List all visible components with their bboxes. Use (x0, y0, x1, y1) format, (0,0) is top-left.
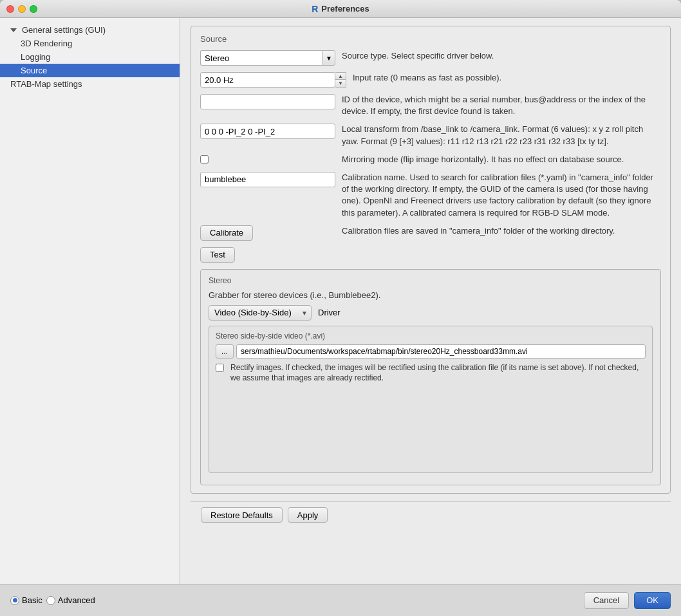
device-id-control (200, 94, 335, 109)
basic-radio-option[interactable]: Basic (10, 595, 42, 605)
sidebar-item-label: RTAB-Map settings (10, 79, 82, 89)
title-text: Preferences (321, 4, 369, 14)
input-rate-control: ▲ ▼ (200, 72, 346, 88)
advanced-radio-dot (46, 596, 55, 605)
sidebar: General settings (GUI) 3D Rendering Logg… (0, 18, 180, 584)
local-transform-description: Local transform from /base_link to /came… (342, 124, 661, 147)
expand-triangle-icon (10, 28, 17, 32)
local-transform-row: Local transform from /base_link to /came… (200, 124, 661, 147)
test-button-row: Test (200, 247, 661, 263)
calibrate-row: Calibrate Calibration files are saved in… (200, 225, 661, 241)
main-content: General settings (GUI) 3D Rendering Logg… (0, 18, 681, 584)
driver-select-wrapper[interactable]: Video (Side-by-Side) ▼ (209, 305, 312, 321)
advanced-label: Advanced (58, 595, 95, 605)
stereo-section: Stereo Grabber for stereo devices (i.e.,… (200, 269, 661, 486)
avi-empty-area (216, 390, 646, 467)
source-type-input[interactable] (200, 50, 322, 66)
cancel-button[interactable]: Cancel (584, 592, 629, 609)
calibrate-description: Calibration files are saved in "camera_i… (342, 225, 661, 237)
source-type-row: ▼ Source type. Select specific driver be… (200, 50, 661, 66)
footer-left: Basic Advanced (10, 595, 95, 605)
advanced-radio-option[interactable]: Advanced (46, 595, 95, 605)
source-type-description: Source type. Select specific driver belo… (342, 50, 661, 62)
source-section: Source ▼ Source type. Select specific dr… (191, 26, 671, 494)
avi-section-title: Stereo side-by-side video (*.avi) (216, 331, 646, 341)
titlebar: R Preferences (0, 0, 681, 18)
device-id-input[interactable] (200, 94, 335, 109)
sidebar-item-source[interactable]: Source (0, 64, 180, 77)
sidebar-item-label: General settings (GUI) (22, 25, 106, 35)
footer-right: Cancel OK (584, 592, 671, 609)
sidebar-item-rtab-map-settings[interactable]: RTAB-Map settings (0, 77, 180, 91)
input-rate-input[interactable] (200, 72, 335, 88)
local-transform-input[interactable] (200, 124, 335, 139)
apply-button[interactable]: Apply (288, 507, 328, 523)
driver-row: Video (Side-by-Side) ▼ Driver (209, 305, 653, 321)
device-id-description: ID of the device, which might be a seria… (342, 94, 661, 117)
window-title: R Preferences (312, 4, 369, 14)
action-buttons-left: Restore Defaults Apply (201, 507, 328, 523)
minimize-button[interactable] (18, 5, 26, 13)
local-transform-control (200, 124, 335, 139)
sidebar-item-label: Logging (21, 52, 50, 62)
stereo-section-title: Stereo (209, 276, 653, 285)
input-rate-description: Input rate (0 means as fast as possible)… (353, 72, 661, 84)
r-logo-icon: R (312, 4, 318, 14)
avi-subsection: Stereo side-by-side video (*.avi) ... Re… (209, 326, 653, 474)
calibration-name-row: Calibration name. Used to search for cal… (200, 172, 661, 219)
close-button[interactable] (6, 5, 14, 13)
rectify-checkbox[interactable] (216, 364, 224, 372)
restore-defaults-button[interactable]: Restore Defaults (201, 507, 283, 523)
calibration-name-input[interactable] (200, 172, 335, 187)
window-body: General settings (GUI) 3D Rendering Logg… (0, 18, 681, 616)
sidebar-item-label: Source (21, 66, 47, 75)
source-type-arrow-icon[interactable]: ▼ (322, 50, 335, 66)
input-rate-up-button[interactable]: ▲ (335, 73, 346, 80)
source-section-title: Source (200, 34, 661, 44)
ok-button[interactable]: OK (634, 592, 671, 609)
file-path-input[interactable] (236, 344, 646, 359)
file-browse-row: ... (216, 344, 646, 359)
basic-label: Basic (22, 595, 42, 605)
device-id-row: ID of the device, which might be a seria… (200, 94, 661, 117)
input-rate-row: ▲ ▼ Input rate (0 means as fast as possi… (200, 72, 661, 88)
input-rate-down-button[interactable]: ▼ (335, 80, 346, 87)
rectify-description: Rectify images. If checked, the images w… (230, 362, 646, 384)
source-type-dropdown[interactable]: ▼ (200, 50, 335, 66)
traffic-lights (6, 5, 37, 13)
content-panel: Source ▼ Source type. Select specific dr… (180, 18, 681, 584)
rectify-row: Rectify images. If checked, the images w… (216, 362, 646, 384)
content-action-bar: Restore Defaults Apply (191, 501, 671, 528)
sidebar-item-general-settings[interactable]: General settings (GUI) (0, 23, 180, 37)
mirror-description: Mirroring mode (flip image horizontally)… (342, 154, 661, 165)
input-rate-spinner-buttons: ▲ ▼ (335, 72, 346, 88)
mirror-checkbox[interactable] (200, 155, 209, 163)
driver-label: Driver (318, 308, 340, 317)
mirror-row: Mirroring mode (flip image horizontally)… (200, 154, 661, 165)
sidebar-item-3d-rendering[interactable]: 3D Rendering (0, 37, 180, 50)
grabber-description: Grabber for stereo devices (i.e., Bumble… (209, 290, 653, 300)
calibration-name-description: Calibration name. Used to search for cal… (342, 172, 661, 219)
footer-bar: Basic Advanced Cancel OK (0, 584, 681, 616)
maximize-button[interactable] (30, 5, 37, 13)
basic-radio-dot (10, 596, 19, 605)
test-button[interactable]: Test (200, 247, 235, 263)
basic-advanced-radio: Basic Advanced (10, 595, 95, 605)
calibrate-button[interactable]: Calibrate (200, 225, 253, 241)
calibration-name-control (200, 172, 335, 187)
source-type-control: ▼ (200, 50, 335, 66)
sidebar-item-label: 3D Rendering (21, 39, 72, 48)
preferences-window: R Preferences General settings (GUI) 3D … (0, 0, 681, 616)
driver-select[interactable]: Video (Side-by-Side) (209, 305, 312, 321)
sidebar-item-logging[interactable]: Logging (0, 50, 180, 64)
file-browse-button[interactable]: ... (216, 344, 234, 359)
input-rate-spinner[interactable]: ▲ ▼ (200, 72, 346, 88)
